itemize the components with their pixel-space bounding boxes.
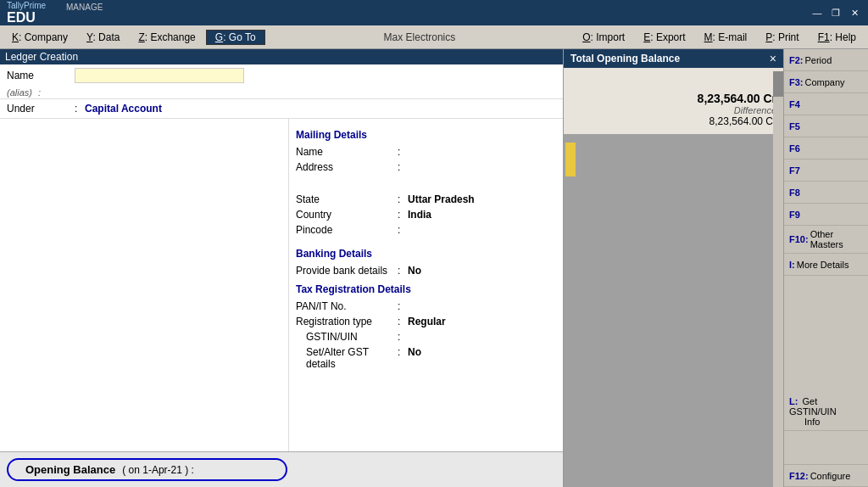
under-colon: : [75,103,85,115]
fkey-more-details[interactable]: I: More Details [784,254,868,276]
close-button[interactable]: ✕ [848,6,861,20]
window-controls: — ❐ ✕ [810,6,861,20]
tax-details-header: Tax Registration Details [296,283,556,295]
mailing-name-colon: : [398,146,408,158]
mailing-country-label: Country [296,209,398,221]
fkey-other-masters[interactable]: F10: Other Masters [784,226,868,254]
app-name: TallyPrime EDU [7,1,46,25]
tax-pan-label: PAN/IT No. [296,300,398,312]
balance-amount: 8,23,564.00 Cr [570,92,776,105]
opening-balance-date: ( on 1-Apr-21 ) : [122,464,194,476]
mailing-pincode-label: Pincode [296,224,398,236]
tax-pan-colon: : [398,300,408,312]
ledger-header-label: Ledger Creation [5,51,78,63]
form-columns: Mailing Details Name : Address : State :… [0,119,563,487]
menu-email[interactable]: M: E-mail [696,29,756,46]
alias-colon: : [38,87,41,98]
manage-label: MANAGE [66,3,103,12]
title-bar: TallyPrime EDU MANAGE — ❐ ✕ [0,0,868,25]
balance-diff-value: 8,23,564.00 Cr [570,115,776,127]
mailing-country-colon: : [398,209,408,221]
alias-label: (alias) [7,87,32,98]
fkey-gstin[interactable]: L: Get GSTIN/UIN Info [784,393,868,431]
main-content: Ledger Creation Name (alias) : Under : C… [0,49,868,487]
fkey-f6[interactable]: F6 [784,137,868,160]
menu-print[interactable]: P: Print [757,29,807,46]
menu-exchange[interactable]: Z: Exchange [130,29,203,46]
tax-gstin-row: GSTIN/UIN : [296,329,556,344]
balance-header: Total Opening Balance × [564,49,783,68]
tax-gstin-label: GSTIN/UIN [296,331,398,343]
opening-balance-input[interactable] [201,464,269,476]
fkey-company[interactable]: F3: Company [784,71,868,93]
tax-pan-row: PAN/IT No. : [296,299,556,314]
menu-export[interactable]: E: Export [635,29,693,46]
banking-provide-label: Provide bank details [296,265,398,277]
menu-data[interactable]: Y: Data [78,29,128,46]
menu-help[interactable]: F1: Help [810,29,865,46]
mailing-name-row: Name : [296,144,556,160]
tax-setalter-colon: : [398,346,408,358]
banking-provide-row: Provide bank details : No [296,263,556,278]
mailing-name-label: Name [296,146,398,158]
under-value: Capital Account [85,103,162,115]
opening-balance-label: Opening Balance [25,463,115,476]
app-edu-label: EDU [7,10,46,25]
mailing-state-row: State : Uttar Pradesh [296,192,556,207]
balance-diff-label: Difference [570,105,776,115]
under-row: Under : Capital Account [0,98,563,119]
tax-setalter-row: Set/Alter GST details : No [296,344,556,372]
mailing-address-label: Address [296,161,398,173]
gray-placeholder [564,134,783,487]
mailing-country-value: India [408,209,431,221]
fkey-f5[interactable]: F5 [784,115,868,137]
fkey-f7[interactable]: F7 [784,160,868,182]
fkey-spacer2 [784,431,868,465]
fkey-f4[interactable]: F4 [784,93,868,115]
mailing-state-value: Uttar Pradesh [408,193,475,205]
mailing-pincode-row: Pincode : [296,222,556,238]
mailing-pincode-colon: : [398,224,408,236]
tax-gstin-colon: : [398,331,408,343]
menu-goto[interactable]: G: Go To [206,30,265,45]
fkey-f8[interactable]: F8 [784,182,868,204]
tax-regtype-value: Regular [408,316,446,327]
banking-provide-value: No [408,265,421,277]
mailing-address-row: Address : [296,160,556,175]
app-tally-label: TallyPrime [7,1,46,10]
company-name: Max Electronics [267,31,573,43]
opening-balance-box: Opening Balance ( on 1-Apr-21 ) : [7,458,287,481]
name-row: Name [0,64,563,87]
name-input[interactable] [75,68,244,83]
balance-close-button[interactable]: × [770,52,776,65]
banking-provide-colon: : [398,265,408,277]
mailing-state-colon: : [398,193,408,205]
tax-setalter-label: Set/Alter GST details [296,346,398,370]
right-column: Mailing Details Name : Address : State :… [288,119,563,487]
under-label: Under [7,103,75,115]
maximize-button[interactable]: ❐ [829,6,843,20]
tax-regtype-colon: : [398,316,408,327]
fkey-period[interactable]: F2: Period [784,49,868,71]
fkey-spacer [784,276,868,393]
scrollbar-thumb[interactable] [773,71,783,97]
mailing-details-header: Mailing Details [296,129,556,141]
minimize-button[interactable]: — [810,6,824,20]
fkey-f9[interactable]: F9 [784,204,868,226]
balance-scrollbar[interactable] [773,71,783,487]
menu-company[interactable]: K: Company [3,29,76,46]
balance-content: 8,23,564.00 Cr Difference 8,23,564.00 Cr [564,68,783,134]
mailing-address-colon: : [398,161,408,173]
tax-setalter-value: No [408,346,421,358]
banking-details-header: Banking Details [296,248,556,260]
ledger-creation-header: Ledger Creation [0,49,563,64]
menu-import[interactable]: O: Import [574,29,633,46]
left-column [0,119,288,487]
alias-row: (alias) : [0,87,563,98]
opening-balance-bar: Opening Balance ( on 1-Apr-21 ) : [0,451,563,487]
tax-regtype-row: Registration type : Regular [296,314,556,329]
tax-regtype-label: Registration type [296,316,398,327]
mailing-state-label: State [296,193,398,205]
fkey-configure[interactable]: F12: Configure [784,465,868,487]
form-panel: Ledger Creation Name (alias) : Under : C… [0,49,563,487]
